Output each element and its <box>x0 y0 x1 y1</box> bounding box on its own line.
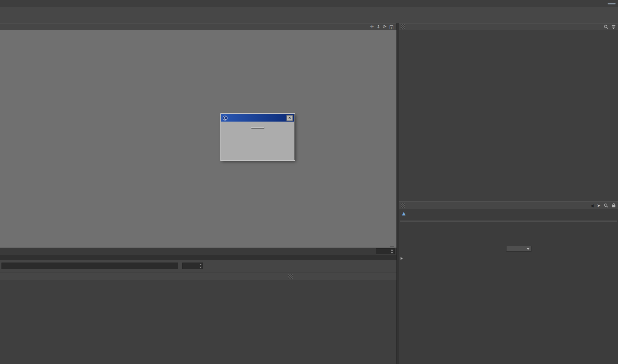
viewport-3d[interactable]: × <box>0 30 396 248</box>
powerslider-field[interactable] <box>1 263 178 269</box>
information-dialog: × <box>221 114 295 160</box>
polygon-object-icon: ▲ <box>402 211 405 216</box>
filter-icon[interactable] <box>611 25 616 29</box>
timeline-end-field[interactable] <box>376 248 395 254</box>
coordinate-manager <box>287 280 396 364</box>
search-icon[interactable] <box>604 203 608 208</box>
dialog-title-bar[interactable]: × <box>221 114 294 122</box>
material-manager <box>0 280 287 364</box>
freeze-transformation-section[interactable] <box>399 256 618 261</box>
lock-icon[interactable] <box>612 203 616 208</box>
search-icon[interactable] <box>604 25 608 29</box>
pan-view-icon[interactable]: ✛ <box>370 24 374 29</box>
close-icon[interactable]: × <box>286 115 293 121</box>
attribute-manager: ▲ <box>399 209 618 364</box>
rotate-view-icon[interactable]: ⟳ <box>383 24 387 29</box>
layout-selector[interactable] <box>608 3 616 4</box>
timeline-ruler[interactable] <box>0 248 396 255</box>
grip[interactable] <box>401 203 405 208</box>
c4d-logo-icon <box>223 116 228 120</box>
grip[interactable] <box>401 24 405 29</box>
ok-button[interactable] <box>251 127 264 129</box>
grid-spacing-readout <box>390 246 394 247</box>
coordinate-manager-header <box>287 273 396 281</box>
order-dropdown[interactable] <box>506 246 531 252</box>
main-toolbar <box>0 7 618 23</box>
timeline-keyframe-strip[interactable] <box>0 255 396 260</box>
expand-arrow-icon <box>401 257 403 260</box>
grip[interactable] <box>288 274 293 279</box>
menu-bar <box>0 0 618 7</box>
toggle-view-icon[interactable]: ◱ <box>389 24 393 29</box>
current-frame-field[interactable] <box>182 263 203 269</box>
history-forward-icon[interactable]: ➤ <box>597 203 600 208</box>
viewport-menu-bar: ✛ ↕ ⟳ ◱ <box>0 23 396 31</box>
object-manager-menu-bar <box>399 23 618 31</box>
attribute-manager-menu-bar: ◀ ➤ <box>399 201 618 210</box>
transport-bar <box>0 260 396 272</box>
material-manager-header <box>0 273 287 281</box>
cinema4d-window: ✛ ↕ ⟳ ◱ × <box>0 0 618 364</box>
history-back-icon[interactable]: ◀ <box>590 203 593 208</box>
object-manager <box>399 30 618 201</box>
zoom-view-icon[interactable]: ↕ <box>377 24 380 29</box>
